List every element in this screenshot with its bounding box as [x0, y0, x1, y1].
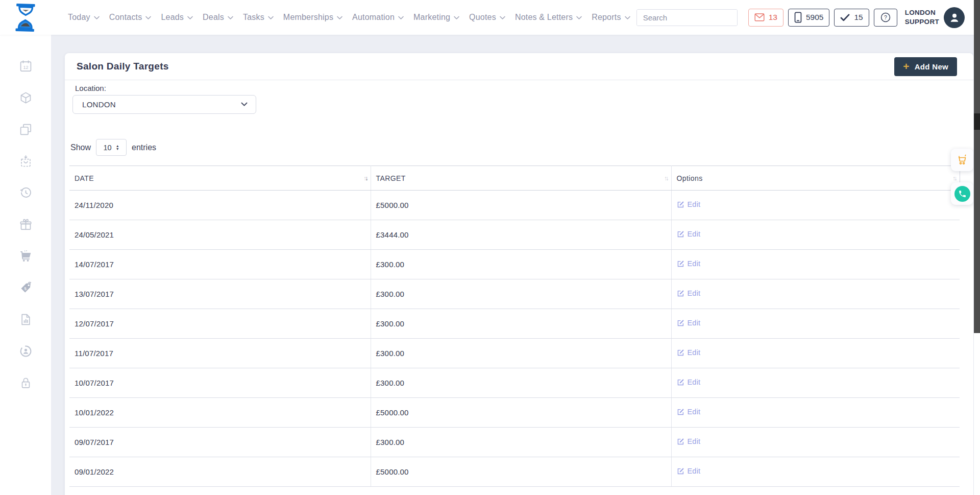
edit-link[interactable]: Edit — [677, 408, 701, 416]
scrollbar-thumb[interactable] — [974, 0, 980, 333]
options-cell: Edit — [671, 191, 960, 220]
chevron-down-icon — [145, 16, 151, 20]
edit-link[interactable]: Edit — [677, 378, 701, 386]
chevron-down-icon — [576, 16, 582, 20]
edit-label: Edit — [688, 230, 701, 238]
tasks-badge[interactable]: 15 — [834, 9, 869, 27]
sidebar-item-security[interactable] — [19, 376, 33, 390]
clone-windows-icon — [19, 123, 33, 136]
chevron-down-icon — [398, 16, 404, 20]
sidebar: 12 — [0, 35, 51, 495]
edit-pencil-icon — [677, 319, 684, 327]
location-select[interactable]: LONDON — [72, 95, 256, 114]
nav-item-label: Deals — [203, 13, 224, 22]
edit-pencil-icon — [677, 230, 684, 238]
edit-link[interactable]: Edit — [677, 260, 701, 268]
page-scrollbar[interactable] — [974, 0, 980, 495]
page-title: Salon Daily Targets — [77, 61, 169, 72]
target-cell: £5000.00 — [371, 457, 671, 487]
nav-item-today[interactable]: Today — [68, 13, 100, 22]
page-size-select[interactable]: 10 ▲▼ — [96, 139, 127, 156]
edit-link[interactable]: Edit — [677, 200, 701, 208]
phone-widget-button[interactable] — [951, 182, 973, 205]
nav-item-label: Automation — [352, 13, 395, 22]
nav-item-notes-letters[interactable]: Notes & Letters — [515, 13, 582, 22]
nav-item-contacts[interactable]: Contacts — [109, 13, 152, 22]
question-circle-icon: ? — [880, 12, 891, 23]
add-new-label: Add New — [915, 62, 948, 71]
date-cell: 13/07/2017 — [69, 279, 371, 309]
table-row: 10/01/2022 £5000.00 Edit — [69, 398, 960, 428]
messages-badge[interactable]: 13 — [748, 9, 783, 27]
target-cell: £300.00 — [371, 309, 671, 339]
sidebar-item-products[interactable] — [19, 91, 33, 105]
nav-item-label: Tasks — [243, 13, 264, 22]
column-header-options-label: Options — [677, 174, 703, 182]
date-cell: 11/07/2017 — [69, 339, 371, 368]
user-circle-icon — [19, 344, 33, 358]
nav-item-automation[interactable]: Automation — [352, 13, 404, 22]
table-body: 24/11/2020 £5000.00 Edit — [69, 191, 960, 487]
date-cell: 10/07/2017 — [69, 368, 371, 398]
sidebar-item-duplicates[interactable] — [19, 123, 33, 136]
target-cell: £5000.00 — [371, 191, 671, 220]
edit-link[interactable]: Edit — [677, 319, 701, 327]
svg-text:12: 12 — [23, 65, 28, 70]
app-logo[interactable] — [12, 3, 39, 32]
page-size-control: Show 10 ▲▼ entries — [70, 139, 156, 156]
nav-item-quotes[interactable]: Quotes — [469, 13, 505, 22]
edit-link[interactable]: Edit — [677, 230, 701, 238]
edit-link[interactable]: Edit — [677, 348, 701, 357]
table-row: 09/07/2017 £300.00 Edit — [69, 428, 960, 457]
add-new-button[interactable]: + Add New — [894, 57, 957, 76]
cart-widget-button[interactable] — [951, 149, 973, 171]
padlock-icon — [19, 376, 33, 390]
cube-icon — [19, 91, 33, 105]
edit-label: Edit — [688, 260, 701, 268]
nav-item-tasks[interactable]: Tasks — [243, 13, 274, 22]
phone-circle — [954, 186, 970, 202]
edit-label: Edit — [688, 348, 701, 357]
nav-item-memberships[interactable]: Memberships — [283, 13, 342, 22]
calendar-12-icon: 12 — [19, 59, 33, 73]
edit-link[interactable]: Edit — [677, 437, 701, 445]
date-cell: 09/07/2017 — [69, 428, 371, 457]
edit-link[interactable]: Edit — [677, 289, 701, 297]
sidebar-item-history[interactable] — [19, 186, 33, 200]
avatar[interactable] — [944, 7, 965, 28]
hourglass-logo-icon — [12, 3, 39, 32]
nav-item-leads[interactable]: Leads — [161, 13, 193, 22]
sidebar-item-reports[interactable] — [19, 313, 33, 326]
targets-table-wrap: DATE ↑↓ TARGET ↑↓ Options ↑↓ — [69, 166, 960, 487]
help-badge[interactable]: ? — [874, 9, 897, 27]
chevron-down-icon — [94, 16, 100, 20]
table-row: 24/11/2020 £5000.00 Edit — [69, 191, 960, 220]
nav-item-deals[interactable]: Deals — [203, 13, 233, 22]
edit-label: Edit — [688, 289, 701, 297]
sidebar-item-account[interactable] — [19, 344, 33, 358]
nav-item-marketing[interactable]: Marketing — [413, 13, 459, 22]
calls-badge[interactable]: 5905 — [788, 9, 829, 27]
top-right-cluster: 13 5905 15 ? LONDON SUPPORT — [636, 0, 965, 35]
column-header-target[interactable]: TARGET ↑↓ — [371, 166, 671, 191]
sidebar-item-cart[interactable] — [19, 249, 33, 263]
sort-icon-options: ↑↓ — [952, 175, 956, 182]
person-icon — [948, 11, 961, 24]
sidebar-item-gifts[interactable] — [19, 218, 33, 231]
sidebar-item-pricing[interactable]: $ — [19, 281, 33, 295]
search-box — [636, 9, 738, 26]
table-row: 10/07/2017 £300.00 Edit — [69, 368, 960, 398]
edit-pencil-icon — [677, 467, 684, 475]
edit-link[interactable]: Edit — [677, 467, 701, 475]
search-input[interactable] — [637, 10, 738, 26]
sidebar-item-calendar[interactable]: 12 — [19, 59, 33, 73]
column-header-options[interactable]: Options ↑↓ — [671, 166, 960, 191]
sidebar-item-orders[interactable] — [19, 154, 33, 168]
page-size-value: 10 — [103, 144, 111, 152]
options-cell: Edit — [671, 457, 960, 487]
edit-label: Edit — [688, 200, 701, 208]
column-header-date[interactable]: DATE ↑↓ — [69, 166, 371, 191]
shopping-cart-icon — [19, 249, 33, 263]
nav-item-reports[interactable]: Reports — [592, 13, 630, 22]
options-cell: Edit — [671, 250, 960, 279]
